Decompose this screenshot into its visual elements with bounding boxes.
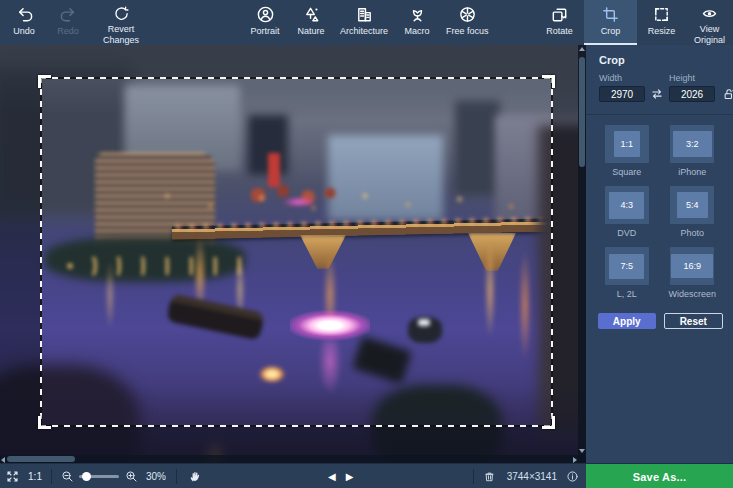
- reset-button[interactable]: Reset: [664, 313, 724, 329]
- zoom-slider-knob[interactable]: [82, 472, 91, 481]
- preset-frame: 7:5: [605, 247, 649, 285]
- crop-dim-overlay: [0, 45, 586, 77]
- architecture-icon: [355, 5, 374, 24]
- mode-nature[interactable]: Nature: [288, 0, 334, 45]
- crop-edge-bottom[interactable]: [40, 425, 553, 427]
- crop-edge-left[interactable]: [40, 77, 42, 427]
- preset-ratio: 7:5: [620, 261, 633, 271]
- tab-resize-label: Resize: [648, 26, 676, 36]
- mode-portrait-label: Portrait: [250, 26, 279, 36]
- tab-crop-label: Crop: [601, 26, 621, 36]
- preset-square[interactable]: 1:1 Square: [594, 125, 660, 177]
- preset-dvd[interactable]: 4:3 DVD: [594, 186, 660, 238]
- vertical-scrollbar[interactable]: [578, 45, 586, 463]
- open-lock-icon: [722, 87, 733, 101]
- preset-ratio: 3:2: [686, 139, 699, 149]
- actual-size-button[interactable]: 1:1: [24, 471, 46, 482]
- preset-l-2l[interactable]: 7:5 L, 2L: [594, 247, 660, 299]
- preset-label: DVD: [617, 228, 636, 238]
- preset-photo[interactable]: 5:4 Photo: [660, 186, 726, 238]
- mode-macro[interactable]: Macro: [394, 0, 440, 45]
- zoom-slider[interactable]: [79, 464, 119, 488]
- redo-button[interactable]: Redo: [46, 0, 90, 45]
- undo-icon: [15, 5, 34, 24]
- zoom-out-button[interactable]: [57, 464, 77, 488]
- tab-rotate[interactable]: Rotate: [535, 0, 584, 45]
- height-label: Height: [669, 73, 715, 83]
- undo-button[interactable]: Undo: [2, 0, 46, 45]
- rotate-icon: [550, 5, 569, 24]
- width-input[interactable]: [599, 86, 645, 102]
- preset-frame: 5:4: [670, 186, 714, 224]
- vertical-scrollbar-thumb[interactable]: [579, 57, 585, 167]
- revert-changes-button[interactable]: Revert Changes: [90, 0, 152, 45]
- mode-free-focus-label: Free focus: [446, 26, 489, 36]
- eye-icon: [700, 5, 719, 22]
- preset-widescreen[interactable]: 16:9 Widescreen: [660, 247, 726, 299]
- preset-label: iPhone: [678, 167, 706, 177]
- redo-icon: [59, 5, 78, 24]
- previous-photo-button[interactable]: ◀: [328, 471, 336, 482]
- info-icon: [566, 470, 579, 483]
- delete-photo-button[interactable]: [479, 464, 501, 488]
- mode-portrait[interactable]: Portrait: [242, 0, 288, 45]
- crop-panel: Crop Width Height 1:1 Square 3: [586, 45, 733, 463]
- revert-changes-label: Revert Changes: [103, 24, 139, 45]
- preset-ratio: 16:9: [683, 261, 701, 271]
- redo-label: Redo: [57, 26, 79, 36]
- crop-edge-top[interactable]: [40, 77, 553, 79]
- mode-free-focus[interactable]: Free focus: [440, 0, 495, 45]
- crop-handle-bottomleft[interactable]: [38, 416, 51, 429]
- aspect-preset-grid: 1:1 Square 3:2 iPhone 4:3 DVD 5:4 Photo …: [586, 115, 733, 299]
- next-photo-button[interactable]: ▶: [346, 471, 354, 482]
- crop-panel-title: Crop: [586, 45, 733, 73]
- zoom-in-button[interactable]: [121, 464, 141, 488]
- horizontal-scrollbar-thumb[interactable]: [7, 456, 75, 462]
- swap-arrows-icon: [650, 87, 664, 101]
- hand-tool-button[interactable]: [182, 464, 208, 488]
- preset-ratio: 1:1: [620, 139, 633, 149]
- image-info-button[interactable]: [564, 464, 580, 488]
- preset-iphone[interactable]: 3:2 iPhone: [660, 125, 726, 177]
- tab-resize[interactable]: Resize: [637, 0, 686, 45]
- preset-label: Square: [612, 167, 641, 177]
- preset-frame: 16:9: [670, 247, 714, 285]
- swap-dimensions-button[interactable]: [650, 87, 664, 101]
- tab-view-original[interactable]: View Original: [686, 0, 733, 45]
- trash-icon: [483, 470, 496, 483]
- save-as-button[interactable]: Save As...: [586, 464, 733, 488]
- aspect-lock-button[interactable]: [722, 87, 733, 101]
- crop-edge-right[interactable]: [551, 77, 553, 427]
- top-toolbar: Undo Redo Revert Changes Portrait Nature: [0, 0, 733, 45]
- preset-label: Widescreen: [668, 289, 716, 299]
- scroll-down-arrow-icon[interactable]: [579, 449, 585, 453]
- crop-handle-bottomright[interactable]: [542, 416, 555, 429]
- mode-macro-label: Macro: [405, 26, 430, 36]
- horizontal-scrollbar[interactable]: [0, 455, 586, 463]
- tab-crop[interactable]: Crop: [584, 0, 637, 45]
- photo-editor-window: Undo Redo Revert Changes Portrait Nature: [0, 0, 733, 488]
- height-input[interactable]: [669, 86, 715, 102]
- image-meta-group: 3744×3141: [468, 464, 580, 488]
- magnifier-plus-icon: [125, 470, 138, 483]
- crop-handle-topright[interactable]: [542, 75, 555, 88]
- mode-architecture[interactable]: Architecture: [334, 0, 394, 45]
- photo-navigation: ◀ ▶: [328, 464, 353, 488]
- hand-icon: [188, 469, 203, 484]
- mode-architecture-label: Architecture: [340, 26, 388, 36]
- preset-frame: 4:3: [605, 186, 649, 224]
- preset-ratio: 4:3: [620, 200, 633, 210]
- scroll-up-arrow-icon[interactable]: [579, 47, 585, 51]
- preset-ratio: 5:4: [686, 200, 699, 210]
- tab-view-original-label: View Original: [694, 24, 725, 45]
- apply-button[interactable]: Apply: [598, 313, 656, 329]
- resize-icon: [652, 5, 671, 24]
- fit-to-screen-button[interactable]: [0, 464, 24, 488]
- crop-handle-topleft[interactable]: [38, 75, 51, 88]
- tab-rotate-label: Rotate: [546, 26, 573, 36]
- preset-label: L, 2L: [617, 289, 637, 299]
- separator: [176, 469, 177, 484]
- separator: [473, 469, 474, 484]
- crop-marquee[interactable]: [40, 77, 553, 427]
- macro-icon: [408, 5, 427, 24]
